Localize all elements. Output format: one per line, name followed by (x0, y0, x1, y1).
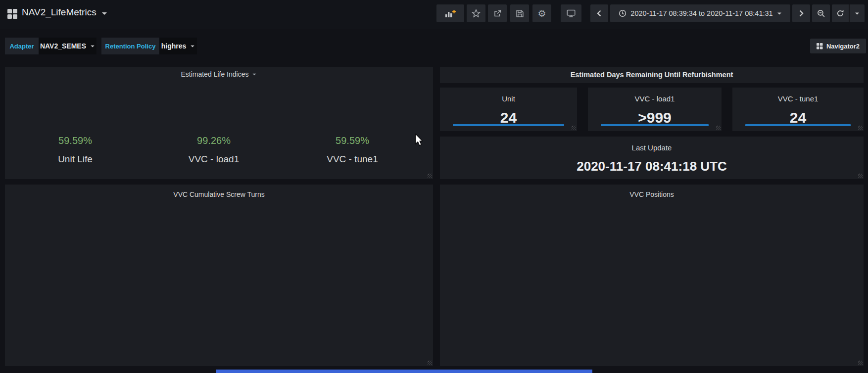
stat-panel-vvc-tune1: VVC - tune1 24 (732, 88, 864, 131)
share-icon (493, 9, 502, 17)
bottom-progress-bar (216, 370, 592, 373)
stat-unit-sparkline (453, 124, 564, 126)
chevron-right-icon (798, 9, 805, 17)
share-button[interactable] (488, 4, 507, 22)
time-back-button[interactable] (590, 4, 608, 22)
gauge-vvc-load1-value: 99.26% (197, 135, 231, 146)
dashboard-title[interactable]: NAV2_LifeMetrics (22, 7, 96, 18)
dashboard-grid-icon (7, 8, 18, 19)
stat-unit-value: 24 (440, 109, 577, 126)
variable-adapter-value[interactable]: NAV2_SEMES (39, 38, 96, 54)
resize-handle[interactable] (858, 361, 863, 365)
save-icon (516, 9, 524, 18)
gauge-vvc-tune1-value: 59.59% (336, 135, 369, 146)
stat-vvc-tune1-sparkline (745, 124, 851, 126)
resize-handle[interactable] (716, 126, 721, 130)
panel-last-update: Last Update 2020-11-17 08:41:18 UTC (440, 137, 864, 179)
clock-icon (619, 9, 627, 17)
zoom-out-icon (817, 9, 825, 18)
stat-vvc-load1-value: >999 (588, 109, 722, 126)
star-button[interactable] (467, 4, 485, 22)
adapter-caret-icon (91, 45, 95, 47)
stat-vvc-load1-label: VVC - load1 (588, 94, 722, 103)
gauge-vvc-load1-label: VVC - load1 (159, 154, 268, 165)
screw-turns-chart-title[interactable]: VVC Cumulative Screw Turns (5, 190, 433, 198)
resize-handle[interactable] (428, 174, 432, 178)
navbar: NAV2_LifeMetrics ⚙ (0, 0, 868, 29)
navigator-button-label: Navigator2 (826, 43, 860, 50)
time-forward-button[interactable] (792, 4, 810, 22)
gear-icon: ⚙ (537, 9, 546, 18)
refresh-interval-caret-icon (855, 12, 859, 14)
monitor-icon (567, 9, 576, 18)
resize-handle[interactable] (428, 361, 432, 365)
variable-retention-label: Retention Policy (101, 38, 159, 54)
variable-retention-value-text: highres (161, 42, 187, 50)
panel-days-remaining-header: Estimated Days Remaining Until Refurbish… (440, 67, 864, 83)
retention-caret-icon (191, 45, 195, 47)
navigator-grid-icon (817, 43, 823, 49)
zoom-out-button[interactable] (812, 4, 830, 22)
panel-life-indices-title-text: Estimated Life Indices (181, 70, 249, 78)
save-button[interactable] (510, 4, 529, 22)
chevron-left-icon (596, 9, 603, 17)
variable-adapter-label: Adapter (5, 38, 39, 54)
tv-mode-button[interactable] (561, 4, 581, 22)
panel-life-indices: Estimated Life Indices 59.59% 99.26% 59.… (5, 67, 433, 179)
last-update-title: Last Update (440, 143, 864, 152)
stat-vvc-tune1-label: VVC - tune1 (732, 94, 864, 103)
stat-panel-vvc-load1: VVC - load1 >999 (588, 88, 722, 131)
panel-life-indices-title[interactable]: Estimated Life Indices (5, 70, 433, 78)
navigator-button[interactable]: Navigator2 (810, 39, 866, 53)
panel-screw-turns-chart: VVC Cumulative Screw Turns (5, 185, 433, 366)
settings-button[interactable]: ⚙ (532, 4, 551, 22)
gauge-unit-life-value: 59.59% (58, 135, 92, 146)
time-range-caret-icon (777, 12, 781, 14)
resize-handle[interactable] (858, 126, 863, 130)
variable-adapter-value-text: NAV2_SEMES (40, 42, 86, 50)
add-panel-icon (445, 9, 456, 18)
panel-positions-chart: VVC Positions (440, 185, 864, 366)
refresh-interval-button[interactable] (849, 4, 865, 22)
stat-vvc-load1-sparkline (601, 124, 709, 126)
dashboard-title-caret-icon[interactable] (102, 12, 107, 15)
stat-unit-label: Unit (440, 94, 577, 103)
gauge-vvc-tune1-label: VVC - tune1 (298, 154, 407, 165)
add-panel-button[interactable] (436, 4, 464, 22)
grafana-dashboard: NAV2_LifeMetrics ⚙ (0, 0, 868, 373)
stat-panel-unit: Unit 24 (440, 88, 577, 131)
positions-chart[interactable] (440, 185, 864, 366)
screw-turns-chart[interactable] (5, 185, 433, 366)
panel-menu-caret-icon[interactable] (253, 73, 256, 75)
resize-handle[interactable] (572, 126, 576, 130)
gauge-unit-life-label: Unit Life (21, 154, 130, 165)
positions-chart-title[interactable]: VVC Positions (440, 190, 864, 198)
refresh-button[interactable] (832, 4, 849, 22)
star-icon (472, 9, 481, 18)
variable-retention-value[interactable]: highres (159, 38, 197, 54)
last-update-value: 2020-11-17 08:41:18 UTC (440, 159, 864, 174)
days-remaining-title[interactable]: Estimated Days Remaining Until Refurbish… (440, 67, 864, 83)
resize-handle[interactable] (858, 174, 863, 178)
refresh-icon (836, 9, 844, 17)
time-range-label: 2020-11-17 08:39:34 to 2020-11-17 08:41:… (630, 9, 772, 17)
mouse-cursor (415, 134, 424, 146)
stat-vvc-tune1-value: 24 (732, 109, 864, 126)
time-range-button[interactable]: 2020-11-17 08:39:34 to 2020-11-17 08:41:… (610, 4, 790, 22)
